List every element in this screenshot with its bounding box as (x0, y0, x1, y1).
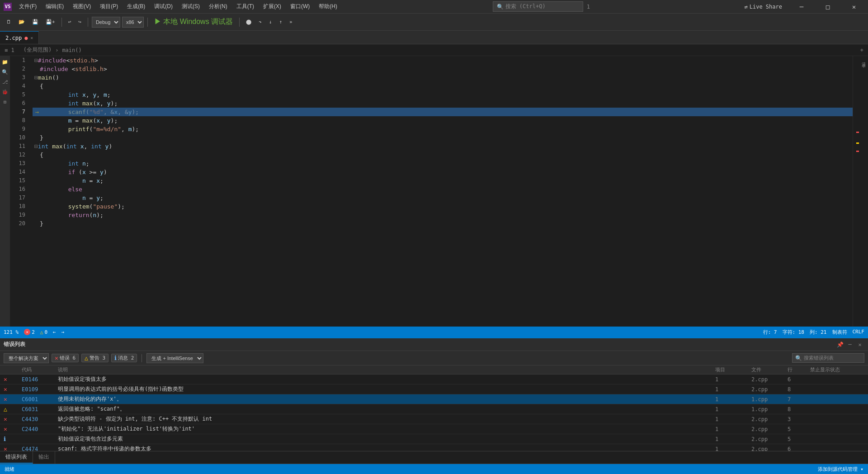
search-box[interactable]: 🔍 搜索 (Ctrl+Q) (493, 1, 583, 12)
error-row-c4430[interactable]: ✕ C4430 缺少类型说明符 - 假定为 int, 注意: C++ 不支持默认… (0, 414, 868, 424)
bottom-status: 就绪 (5, 466, 14, 473)
sidebar-explorer[interactable]: 📁 (1, 58, 9, 66)
error-row-e0109[interactable]: ✕ E0109 明显调用的表达式前的括号必须具有(指针)函数类型 1 2.cpp… (0, 384, 868, 394)
maximize-button[interactable]: □ (817, 0, 838, 14)
status-warnings[interactable]: △ 0 (40, 329, 47, 335)
breadcrumb-sep: › (55, 47, 58, 53)
menu-window[interactable]: 窗口(W) (286, 1, 314, 12)
filter-select[interactable]: 整个解决方案 (4, 353, 49, 363)
status-zoom[interactable]: 121 % (4, 329, 19, 335)
run-button[interactable]: ▶ 本地 Windows 调试器 (151, 16, 236, 28)
status-nav-fwd[interactable]: → (61, 329, 65, 335)
error-list: ✕ E0146 初始值设定项值太多 1 2.cpp 6 ✕ E0109 明显调用… (0, 374, 868, 451)
tb-stepover[interactable]: ↷ (256, 18, 264, 26)
tb-undo[interactable]: ↩ (66, 18, 74, 26)
tb-saveall[interactable]: 💾+ (43, 18, 58, 26)
menu-view[interactable]: 视图(V) (68, 1, 95, 12)
menu-build[interactable]: 生成(B) (123, 1, 150, 12)
build-filter-select[interactable]: 生成 + IntelliSense (146, 353, 203, 363)
error-row-c6031[interactable]: △ C6031 返回值被忽略: "scanf"。 1 1.cpp 8 (0, 404, 868, 414)
sidebar-git[interactable]: ⎇ (1, 78, 9, 86)
code-line-4: { (33, 82, 853, 90)
menu-edit[interactable]: 编辑(E) (41, 1, 68, 12)
close-button[interactable]: ✕ (844, 0, 864, 14)
panel-close[interactable]: ✕ (855, 340, 864, 349)
tab-2cpp[interactable]: 2.cpp ● ✕ (0, 31, 39, 44)
code-token: #include (40, 65, 68, 73)
menu-help[interactable]: 帮助(H) (314, 1, 342, 12)
tb-more[interactable]: » (287, 18, 295, 26)
error-proj-info1: 1 (715, 436, 751, 442)
error-search-box[interactable]: 🔍 搜索错误列表 (792, 353, 864, 363)
tb-open[interactable]: 📂 (16, 18, 28, 26)
tb-stepin[interactable]: ↓ (266, 18, 275, 26)
menu-extensions[interactable]: 扩展(X) (259, 1, 286, 12)
fold-icon-3[interactable]: ⊟ (34, 73, 38, 82)
code-line-20: } (33, 219, 853, 228)
warning-badge[interactable]: △ 警告 3 (81, 354, 108, 362)
code-area[interactable]: ⊟ #include<stdio.h> #include <stdlib.h> … (33, 56, 853, 327)
error-proj-c2440: 1 (715, 426, 751, 432)
menu-tools[interactable]: 工具(T) (232, 1, 259, 12)
error-row-c2440[interactable]: ✕ C2440 "初始化": 无法从'initializer list'转换为'… (0, 424, 868, 434)
panel-tab-output[interactable]: 输出 (33, 451, 55, 464)
tb-breakpoint[interactable]: ⬤ (243, 18, 254, 26)
title-bar-right: ⇄ Live Share ─ □ ✕ (741, 0, 868, 14)
panel-tab-errors[interactable]: 错误列表 (0, 451, 33, 464)
error-desc-c4430: 缺少类型说明符 - 假定为 int, 注意: C++ 不支持默认 int (58, 415, 715, 423)
status-nav-back[interactable]: ← (53, 329, 56, 335)
error-desc-e0109: 明显调用的表达式前的括号必须具有(指针)函数类型 (58, 385, 715, 393)
sidebar-debug[interactable]: 🐞 (1, 88, 9, 96)
tb-redo[interactable]: ↪ (75, 18, 84, 26)
tb-stepout[interactable]: ↑ (276, 18, 285, 26)
menu-analyze[interactable]: 分析(N) (204, 1, 232, 12)
error-file-info1: 2.cpp (751, 436, 788, 442)
col-line: 行 (788, 366, 810, 373)
menu-file[interactable]: 文件(F) (14, 1, 41, 12)
minimize-button[interactable]: ─ (791, 0, 812, 14)
error-row-c6001[interactable]: ✕ C6001 使用未初始化的内存'x'。 1 1.cpp 7 (0, 394, 868, 404)
linenum-2: 2 (10, 65, 29, 73)
breadcrumb-expand[interactable]: + (860, 47, 863, 53)
menu-project[interactable]: 项目(P) (95, 1, 123, 12)
error-row-e0146[interactable]: ✕ E0146 初始值设定项值太多 1 2.cpp 6 (0, 374, 868, 384)
menu-debug[interactable]: 调试(D) (150, 1, 177, 12)
status-errors[interactable]: ✕ 2 (24, 329, 35, 335)
error-line-c4474: 6 (788, 446, 810, 451)
add-source-control[interactable]: 添加到源代码管理 ▾ (818, 466, 863, 473)
right-sidebar-item-2[interactable]: 单 (860, 60, 867, 62)
error-desc-info1: 初始值设定项包含过多元素 (58, 435, 715, 443)
error-row-info1[interactable]: ℹ 初始值设定项包含过多元素 1 2.cpp 5 (0, 434, 868, 444)
sidebar-search[interactable]: 🔍 (1, 68, 9, 76)
panel-minimize[interactable]: ─ (845, 340, 854, 349)
fold-icon-1[interactable]: ⊟ (34, 56, 38, 65)
tb-save[interactable]: 💾 (29, 18, 41, 26)
menu-test[interactable]: 测试(S) (177, 1, 204, 12)
error-file-e0146: 2.cpp (751, 376, 788, 383)
error-badge[interactable]: ✕ 错误 6 (52, 354, 79, 362)
tab-close-button[interactable]: ✕ (30, 35, 33, 40)
code-line-18: system ( "pause" ); (33, 202, 853, 211)
info-badge[interactable]: ℹ 消息 2 (111, 354, 137, 362)
scrollbar-map[interactable] (853, 56, 859, 327)
live-share-icon: ⇄ (745, 4, 748, 10)
code-line-1: ⊟ #include<stdio.h> (33, 56, 853, 65)
fold-icon-11[interactable]: ⊟ (34, 142, 38, 151)
title-bar: VS 文件(F) 编辑(E) 视图(V) 项目(P) 生成(B) 调试(D) 测… (0, 0, 868, 14)
scroll-current-mark (856, 142, 859, 144)
tab-bar: 2.cpp ● ✕ (0, 31, 868, 44)
linenum-19: 19 (10, 211, 29, 219)
panel-pin[interactable]: 📌 (835, 340, 844, 349)
error-file-c6001: 1.cpp (751, 396, 788, 403)
linenum-6: 6 (10, 99, 29, 108)
sidebar-extensions[interactable]: ⊞ (1, 98, 9, 106)
platform-select[interactable]: x86 (122, 17, 144, 28)
error-row-c4474[interactable]: ✕ C4474 scanf: 格式字符串中传递的参数太多 1 2.cpp 6 (0, 444, 868, 451)
config-select[interactable]: Debug (92, 17, 120, 28)
warn-icon-c6031: △ (4, 406, 7, 412)
linenum-8: 8 (10, 116, 29, 125)
tb-new[interactable]: 🗒 (4, 18, 14, 26)
status-error-count: 2 (32, 329, 35, 335)
live-share-button[interactable]: ⇄ Live Share (741, 2, 786, 12)
error-code-e0146: E0146 (22, 376, 58, 383)
